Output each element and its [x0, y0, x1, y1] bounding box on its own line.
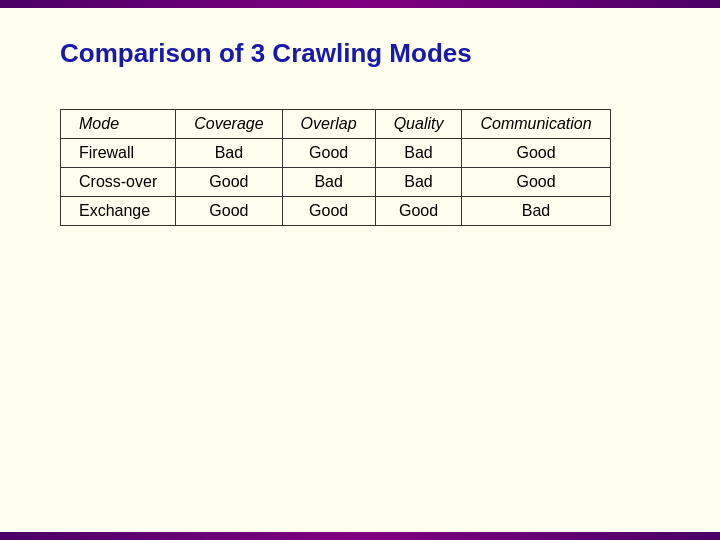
- table-row: Cross-overGoodBadBadGood: [61, 168, 611, 197]
- table-cell: Good: [375, 197, 462, 226]
- table-header-cell: Mode: [61, 110, 176, 139]
- table-cell: Bad: [375, 168, 462, 197]
- top-bar: [0, 0, 720, 8]
- table-cell: Good: [462, 139, 610, 168]
- table-header-cell: Overlap: [282, 110, 375, 139]
- table-cell: Good: [176, 197, 282, 226]
- table-cell: Bad: [375, 139, 462, 168]
- bottom-bar: [0, 532, 720, 540]
- main-content: Comparison of 3 Crawling Modes ModeCover…: [0, 8, 720, 532]
- page-title: Comparison of 3 Crawling Modes: [60, 38, 472, 69]
- comparison-table: ModeCoverageOverlapQualityCommunicationF…: [60, 109, 611, 226]
- table-header-cell: Communication: [462, 110, 610, 139]
- table-row: ExchangeGoodGoodGoodBad: [61, 197, 611, 226]
- table-cell: Cross-over: [61, 168, 176, 197]
- table-cell: Firewall: [61, 139, 176, 168]
- table-row: FirewallBadGoodBadGood: [61, 139, 611, 168]
- table-cell: Good: [462, 168, 610, 197]
- table-cell: Good: [282, 197, 375, 226]
- table-header-cell: Coverage: [176, 110, 282, 139]
- table-cell: Good: [282, 139, 375, 168]
- table-cell: Exchange: [61, 197, 176, 226]
- table-cell: Bad: [462, 197, 610, 226]
- table-cell: Bad: [176, 139, 282, 168]
- table-header-cell: Quality: [375, 110, 462, 139]
- table-cell: Bad: [282, 168, 375, 197]
- table-cell: Good: [176, 168, 282, 197]
